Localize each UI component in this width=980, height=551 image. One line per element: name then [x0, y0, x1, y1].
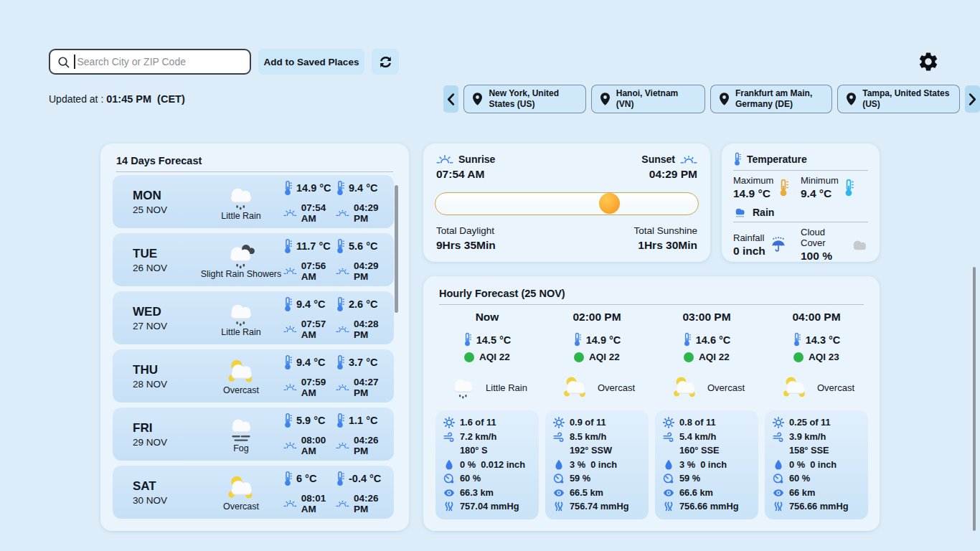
location-chip-frankfurt[interactable]: Frankfurt am Main, Germany (DE) — [710, 85, 832, 113]
carousel-prev-button[interactable] — [443, 85, 458, 113]
carousel-next-button[interactable] — [965, 85, 980, 113]
thermometer-icon — [463, 332, 471, 347]
max-temp: 11.7 °C — [296, 240, 331, 252]
divider — [439, 304, 864, 305]
weather-condition-icon — [447, 375, 480, 400]
visibility: 66.6 km — [679, 487, 713, 499]
condition-label: Overcast — [598, 382, 635, 393]
thermometer-icon — [283, 471, 292, 487]
search-box[interactable] — [49, 49, 251, 75]
location-chip-tampa[interactable]: Tampa, United States (US) — [837, 85, 959, 113]
sunrise-icon — [283, 266, 297, 276]
forecast-day-row[interactable]: SAT 30 NOV Overcast 6 °C 08:01 AM — [113, 466, 394, 519]
gear-icon — [919, 52, 938, 71]
hourly-column: 02:00 PM 14.9 °C AQI 22 Overcast 0.9 of … — [545, 309, 649, 519]
min-temp: -0.4 °C — [349, 473, 381, 484]
sunset-time: 04:29 PM — [354, 202, 388, 224]
uv-index: 1.6 of 11 — [460, 417, 496, 429]
day-name: SAT — [133, 479, 199, 494]
minimum-label: Minimum — [801, 175, 839, 186]
forecast-temps: 9.4 °C 07:59 AM 3.7 °C 04:27 PM — [283, 354, 394, 398]
sunset-time: 04:29 PM — [641, 168, 697, 181]
sunrise-icon — [283, 324, 297, 334]
droplet-icon — [443, 459, 455, 471]
pin-icon — [600, 93, 610, 105]
refresh-button[interactable] — [372, 49, 399, 75]
rainfall-cell: Rainfall 0 inch — [733, 227, 801, 263]
sunset-block: Sunset 04:29 PM — [641, 154, 697, 181]
aqi-status-dot — [574, 352, 584, 362]
thermometer-icon — [336, 354, 344, 371]
location-chip-label: Tampa, United States (US) — [862, 88, 950, 110]
hour-temp: 14.5 °C — [476, 334, 512, 346]
hour-details-card: 0.25 of 11 3.9 km/h 158° SSE 0 % 0 inch … — [765, 410, 868, 519]
weather-condition-icon — [559, 375, 592, 400]
wind-speed: 3.9 km/h — [789, 431, 826, 443]
sunrise-icon — [436, 154, 453, 165]
forecast-condition: Little Rain — [199, 299, 283, 337]
aqi-value: AQI 23 — [809, 352, 839, 362]
add-to-saved-places-button[interactable]: Add to Saved Places — [258, 49, 364, 75]
wind-icon — [553, 431, 565, 443]
aqi-status-dot — [793, 352, 804, 362]
condition-label: Overcast — [817, 382, 854, 393]
minimum-temp-cell: Minimum 9.4 °C — [801, 175, 868, 200]
chevron-left-icon — [447, 93, 455, 105]
search-input[interactable] — [77, 56, 243, 67]
sunset-icon — [336, 499, 349, 509]
uv-index: 0.9 of 11 — [570, 417, 606, 429]
humidity: 59 % — [679, 473, 700, 485]
sunshine-value: 1Hrs 30Min — [633, 239, 697, 252]
thermometer-icon — [336, 413, 344, 429]
hour-label: 02:00 PM — [573, 311, 621, 324]
sunset-icon — [336, 208, 349, 218]
daylight-value: 9Hrs 35Min — [436, 239, 496, 252]
uv-index-icon — [773, 417, 784, 428]
forecast-day-row[interactable]: WED 27 NOV Little Rain 9.4 °C 07:57 AM — [113, 291, 394, 344]
forecast-day: WED 27 NOV — [113, 305, 199, 331]
hourly-column: Now 14.5 °C AQI 22 Little Rain 1.6 of 11… — [435, 309, 539, 519]
forecast-day-row[interactable]: THU 28 NOV Overcast 9.4 °C 07:59 AM — [113, 349, 394, 402]
wind-speed: 8.5 km/h — [570, 431, 606, 443]
wind-direction: 180° S — [460, 445, 488, 457]
divider — [733, 222, 868, 222]
forecast-day-row[interactable]: FRI 29 NOV Fog 5.9 °C 08:00 AM 1 — [113, 408, 394, 461]
location-chip-new-york[interactable]: New York, United States (US) — [463, 85, 585, 113]
thermometer-icon — [336, 180, 344, 197]
sunset-time: 04:29 PM — [354, 260, 388, 282]
wind-speed: 7.2 km/h — [460, 431, 496, 443]
min-temp: 9.4 °C — [349, 182, 377, 194]
settings-button[interactable] — [919, 52, 938, 71]
day-date: 30 NOV — [133, 495, 199, 506]
sunset-time: 04:28 PM — [354, 319, 388, 340]
condition-label: Overcast — [707, 382, 745, 393]
wind-direction: 160° SSE — [679, 445, 720, 457]
min-temp: 1.1 °C — [349, 415, 377, 426]
forecast-day-row[interactable]: MON 25 NOV Little Rain 14.9 °C 07:54 AM — [113, 175, 394, 228]
thermometer-icon — [336, 238, 344, 255]
updated-label: Updated at : — [49, 93, 103, 105]
pin-icon — [720, 93, 729, 105]
visibility: 66.3 km — [460, 487, 494, 499]
refresh-icon — [379, 55, 392, 69]
location-chip-hanoi[interactable]: Hanoi, Vietnam (VN) — [591, 85, 705, 113]
divider — [733, 170, 868, 171]
conditions-panel: Temperature Maximum 14.9 °C Minimum 9.4 … — [722, 143, 880, 262]
hour-temp: 14.3 °C — [806, 334, 841, 346]
pressure-icon — [663, 501, 674, 512]
uv-index-icon — [553, 417, 565, 428]
visibility-eye-icon — [773, 487, 784, 499]
aqi-value: AQI 22 — [479, 352, 510, 362]
day-date: 28 NOV — [133, 379, 199, 390]
pin-icon — [847, 93, 856, 105]
page-scrollbar[interactable] — [973, 267, 976, 531]
pressure-icon — [773, 501, 784, 512]
forecast-scrollbar[interactable] — [395, 185, 398, 313]
sunrise-time: 07:54 AM — [301, 202, 336, 224]
min-temp: 2.6 °C — [349, 298, 377, 310]
forecast-day-row[interactable]: TUE 26 NOV Slight Rain Showers 11.7 °C 0… — [113, 233, 394, 286]
hour-details-card: 0.8 of 11 5.4 km/h 160° SSE 3 % 0 inch 5… — [655, 410, 758, 519]
divider — [116, 171, 393, 172]
forecast-list: MON 25 NOV Little Rain 14.9 °C 07:54 AM — [113, 175, 394, 519]
cloud-cover-cell: Cloud Cover 100 % — [801, 227, 868, 263]
